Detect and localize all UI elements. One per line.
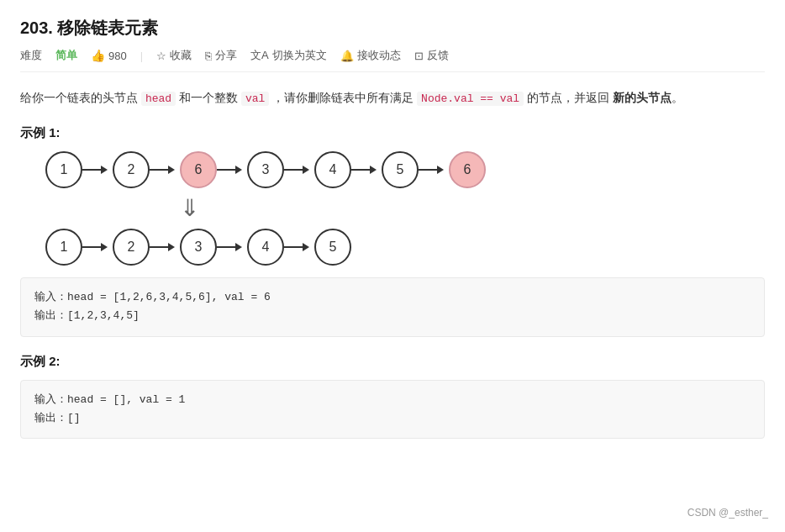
page-title: 203. 移除链表元素 (20, 17, 765, 40)
example-2-title: 示例 2: (20, 354, 765, 370)
arrow-1b-2b (82, 243, 113, 251)
arrow-1-2 (82, 166, 113, 174)
node-4b: 4 (247, 229, 284, 266)
feedback-label: 反馈 (427, 48, 449, 63)
node-6b: 6 (449, 151, 486, 188)
code-val: val (241, 92, 269, 106)
share-icon: ⎘ (205, 50, 212, 62)
arrow-4-5 (351, 166, 382, 174)
down-arrow: ⇓ (180, 197, 199, 220)
feedback-button[interactable]: ⊡ 反馈 (414, 48, 449, 63)
code-head: head (141, 92, 176, 106)
example-2-code: 输入：head = [], val = 1 输出：[] (20, 380, 765, 439)
share-label: 分享 (215, 48, 237, 63)
translate-button[interactable]: 文A 切换为英文 (250, 48, 327, 63)
meta-row: 难度 简单 👍 980 | ☆ 收藏 ⎘ 分享 文A 切换为英文 🔔 接收动态 … (20, 48, 765, 72)
example-1-title: 示例 1: (20, 125, 765, 141)
arrow-2-6a (150, 166, 180, 174)
example-2-input: 输入：head = [], val = 1 (34, 391, 751, 409)
example-1-input: 输入：head = [1,2,6,3,4,5,6], val = 6 (34, 288, 751, 307)
node-3b: 3 (180, 229, 217, 266)
node-1: 1 (45, 151, 82, 188)
notify-button[interactable]: 🔔 接收动态 (340, 48, 401, 63)
collect-label: 收藏 (170, 48, 192, 63)
example-1-code: 输入：head = [1,2,6,3,4,5,6], val = 6 输出：[1… (20, 277, 765, 336)
node-row-after: 1 2 3 4 5 (45, 229, 351, 266)
difficulty-value: 简单 (55, 48, 77, 63)
node-2: 2 (113, 151, 150, 188)
problem-description: 给你一个链表的头节点 head 和一个整数 val ，请你删除链表中所有满足 N… (20, 87, 765, 108)
thumbs-up-icon: 👍 (91, 49, 105, 62)
node-6a: 6 (180, 151, 217, 188)
likes-count: 980 (108, 50, 127, 62)
arrow-4b-5b (284, 243, 314, 251)
node-row-before: 1 2 6 3 4 5 6 (45, 151, 486, 188)
node-5b: 5 (314, 229, 351, 266)
bell-icon: 🔔 (340, 50, 354, 62)
likes-item[interactable]: 👍 980 (91, 49, 127, 62)
arrow-2b-3b (150, 243, 180, 251)
node-3a: 3 (247, 151, 284, 188)
node-1b: 1 (45, 229, 82, 266)
star-icon: ☆ (156, 50, 166, 62)
collect-button[interactable]: ☆ 收藏 (156, 48, 192, 63)
example-2: 示例 2: 输入：head = [], val = 1 输出：[] (20, 354, 765, 439)
arrow-3-4 (284, 166, 314, 174)
translate-icon: 文A (250, 48, 269, 63)
desc-bold: 新的头节点 (613, 91, 672, 104)
arrow-3b-4b (217, 243, 247, 251)
node-5a: 5 (382, 151, 419, 188)
feedback-icon: ⊡ (414, 50, 424, 62)
arrow-6a-3 (217, 166, 247, 174)
example-1-output: 输出：[1,2,3,4,5] (34, 307, 751, 325)
notify-label: 接收动态 (357, 48, 401, 63)
node-4: 4 (314, 151, 351, 188)
diagram-before: 1 2 6 3 4 5 6 ⇓ 1 2 3 4 5 (20, 151, 765, 266)
example-2-output: 输出：[] (34, 409, 751, 428)
difficulty-label: 难度 (20, 48, 42, 63)
share-button[interactable]: ⎘ 分享 (205, 48, 237, 63)
arrow-5-6b (419, 166, 449, 174)
example-1: 示例 1: 1 2 6 3 4 5 6 ⇓ 1 2 3 4 (20, 125, 765, 336)
code-condition: Node.val == val (417, 92, 524, 106)
node-2b: 2 (113, 229, 150, 266)
translate-label: 切换为英文 (272, 48, 327, 63)
